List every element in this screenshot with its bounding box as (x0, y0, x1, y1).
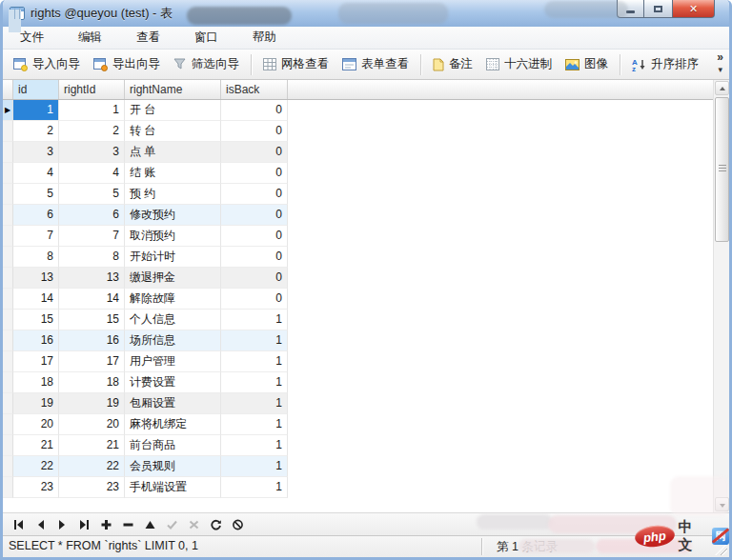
toolbar-overflow[interactable]: » ▾ (717, 52, 723, 74)
grid-cell[interactable]: 1 (59, 100, 125, 121)
grid-cell[interactable]: 22 (13, 456, 59, 477)
grid-cell[interactable]: 1 (221, 477, 288, 498)
grid-cell[interactable]: 2 (13, 121, 59, 142)
grid-cell[interactable]: 1 (221, 351, 288, 372)
row-gutter[interactable] (3, 435, 13, 456)
grid-cell[interactable]: 1 (221, 330, 288, 351)
grid-cell[interactable]: 解除故障 (125, 289, 221, 310)
image-button[interactable]: 图像 (559, 52, 615, 76)
next-record-icon[interactable] (56, 518, 69, 530)
row-gutter[interactable] (3, 477, 13, 498)
grid-cell[interactable]: 用户管理 (125, 351, 221, 372)
row-gutter[interactable] (3, 205, 13, 226)
grid-cell[interactable]: 1 (221, 310, 288, 330)
grid-cell[interactable]: 0 (221, 247, 288, 268)
column-header-isBack[interactable]: isBack (221, 80, 288, 99)
grid-cell[interactable]: 23 (13, 477, 59, 498)
grid-cell[interactable]: 18 (13, 372, 59, 393)
grid-cell[interactable]: 预 约 (125, 184, 221, 205)
grid-cell[interactable]: 1 (221, 456, 288, 477)
minimize-button[interactable] (617, 0, 644, 18)
grid-cell[interactable]: 1 (221, 393, 288, 414)
row-gutter[interactable] (3, 351, 13, 372)
grid-cell[interactable]: 缴退押金 (125, 268, 221, 289)
sort-ascending-button[interactable]: Az 升序排序 (625, 52, 705, 76)
grid-cell[interactable]: 6 (13, 205, 59, 226)
vertical-scrollbar[interactable] (713, 80, 729, 512)
first-record-icon[interactable] (12, 518, 25, 530)
grid-cell[interactable]: 7 (13, 226, 59, 247)
grid-cell[interactable]: 会员规则 (125, 456, 221, 477)
grid-cell[interactable]: 23 (59, 477, 125, 498)
row-gutter[interactable] (3, 268, 13, 289)
grid-cell[interactable]: 结 账 (125, 163, 221, 184)
prior-record-icon[interactable] (34, 518, 47, 530)
grid-cell[interactable]: 21 (13, 435, 59, 456)
row-gutter[interactable] (3, 414, 13, 435)
grid-cell[interactable]: 0 (221, 289, 288, 310)
row-gutter[interactable] (3, 393, 13, 414)
close-button[interactable]: ✕ (672, 0, 715, 18)
grid-cell[interactable]: 0 (221, 226, 288, 247)
grid-cell[interactable]: 麻将机绑定 (125, 414, 221, 435)
grid-cell[interactable]: 8 (13, 247, 59, 268)
grid-cell[interactable]: 16 (13, 330, 59, 351)
grid-cell[interactable]: 取消预约 (125, 226, 221, 247)
grid-cell[interactable]: 个人信息 (125, 310, 221, 330)
grid-cell[interactable]: 手机端设置 (125, 477, 221, 498)
resize-grip[interactable] (715, 543, 727, 555)
grid-cell[interactable]: 1 (13, 100, 59, 121)
export-wizard-button[interactable]: 导出向导 (87, 52, 167, 76)
last-record-icon[interactable] (78, 518, 91, 530)
grid-cell[interactable]: 22 (59, 456, 125, 477)
grid-cell[interactable]: 14 (13, 289, 59, 310)
row-gutter[interactable] (3, 121, 13, 142)
grid-cell[interactable]: 19 (13, 393, 59, 414)
grid-cell[interactable]: 14 (59, 289, 125, 310)
post-edit-icon[interactable] (144, 518, 156, 530)
grid-cell[interactable]: 计费设置 (125, 372, 221, 393)
row-gutter[interactable] (3, 456, 13, 477)
column-header-id[interactable]: id (13, 80, 59, 99)
scroll-up-icon[interactable] (715, 81, 729, 95)
grid-cell[interactable]: 点 单 (125, 142, 221, 163)
grid-cell[interactable]: 21 (59, 435, 125, 456)
refresh-icon[interactable] (210, 518, 222, 530)
grid-cell[interactable]: 13 (59, 268, 125, 289)
grid-cell[interactable]: 6 (59, 205, 125, 226)
menu-window[interactable]: 窗口 (183, 27, 230, 49)
row-gutter[interactable] (3, 163, 13, 184)
grid-cell[interactable]: 0 (221, 205, 288, 226)
row-gutter[interactable] (3, 310, 13, 330)
grid-cell[interactable]: 3 (59, 142, 125, 163)
grid-cell[interactable]: 18 (59, 372, 125, 393)
apply-edit-icon[interactable] (166, 518, 178, 530)
form-view-button[interactable]: 表单查看 (336, 52, 416, 76)
grid-cell[interactable]: 转 台 (125, 121, 221, 142)
grid-cell[interactable]: 前台商品 (125, 435, 221, 456)
grid-cell[interactable]: 2 (59, 121, 125, 142)
row-gutter[interactable] (3, 142, 13, 163)
filter-wizard-button[interactable]: 筛选向导 (167, 52, 246, 76)
grid-cell[interactable]: 1 (221, 414, 288, 435)
menu-file[interactable]: 文件 (9, 27, 55, 49)
grid-cell[interactable]: 19 (59, 393, 125, 414)
grid-cell[interactable]: 0 (221, 100, 288, 121)
current-row-marker[interactable]: ▶ (3, 100, 13, 121)
delete-record-icon[interactable] (122, 518, 134, 530)
grid-cell[interactable]: 20 (13, 414, 59, 435)
menu-edit[interactable]: 编辑 (67, 27, 113, 49)
grid-cell[interactable]: 修改预约 (125, 205, 221, 226)
grid-cell[interactable]: 0 (221, 142, 288, 163)
grid-view-button[interactable]: 网格查看 (256, 52, 336, 76)
grid-cell[interactable]: 15 (59, 310, 125, 330)
grid-cell[interactable]: 开始计时 (125, 247, 221, 268)
grid-cell[interactable]: 4 (59, 163, 125, 184)
grid-cell[interactable]: 开 台 (125, 100, 221, 121)
row-gutter[interactable] (3, 247, 13, 268)
grid-cell[interactable]: 5 (13, 184, 59, 205)
maximize-button[interactable] (644, 0, 672, 18)
scrollbar-thumb[interactable] (715, 97, 729, 242)
menu-help[interactable]: 帮助 (241, 27, 288, 49)
row-gutter[interactable] (3, 184, 13, 205)
